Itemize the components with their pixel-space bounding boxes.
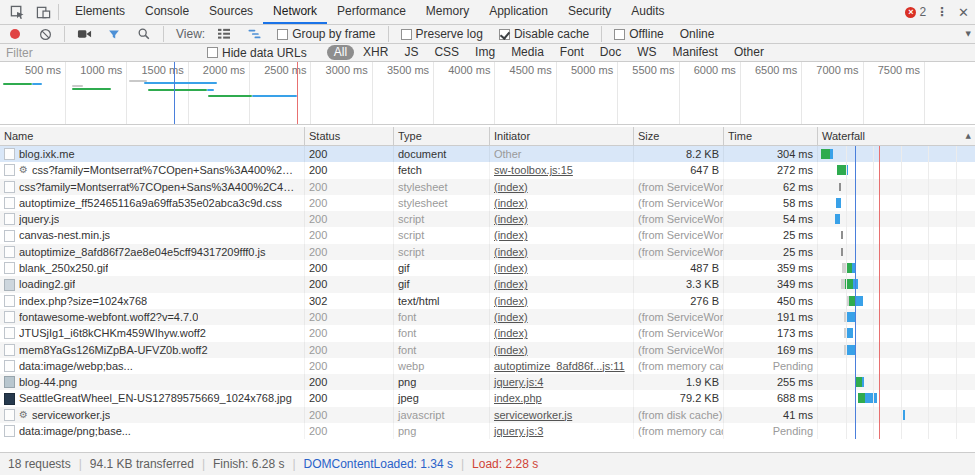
- waterfall-gridline: [901, 146, 902, 439]
- column-header-time[interactable]: Time: [724, 127, 818, 145]
- waterfall-view-icon[interactable]: [241, 23, 267, 45]
- initiator-link[interactable]: (index): [494, 344, 528, 356]
- initiator-link[interactable]: jquery.js:4: [494, 376, 543, 388]
- table-row[interactable]: blog-44.png200pngjquery.js:41.9 KB255 ms: [0, 374, 975, 390]
- filter-icon[interactable]: [101, 23, 127, 45]
- divider: [58, 4, 59, 20]
- filter-type-xhr[interactable]: XHR: [356, 45, 395, 60]
- filter-type-img[interactable]: Img: [468, 45, 502, 60]
- table-row[interactable]: ⚙serviceworker.js200javascriptservicewor…: [0, 407, 975, 423]
- initiator-link[interactable]: (index): [494, 311, 528, 323]
- filter-type-all[interactable]: All: [327, 45, 354, 60]
- file-icon: [4, 230, 15, 242]
- filter-type-js[interactable]: JS: [397, 45, 425, 60]
- column-header-name[interactable]: Name: [0, 127, 305, 145]
- column-header-size[interactable]: Size: [634, 127, 724, 145]
- initiator-link[interactable]: (index): [494, 327, 528, 339]
- tab-audits[interactable]: Audits: [621, 0, 674, 24]
- table-row[interactable]: jquery.js200script(index)(from ServiceWo…: [0, 211, 975, 227]
- tab-sources[interactable]: Sources: [199, 0, 263, 24]
- tab-console[interactable]: Console: [135, 0, 199, 24]
- table-row[interactable]: blank_250x250.gif200gif(index)487 B359 m…: [0, 260, 975, 276]
- capture-screenshots-icon[interactable]: [71, 23, 97, 45]
- search-icon[interactable]: [131, 23, 157, 45]
- table-row[interactable]: index.php?size=1024x768302text/html(inde…: [0, 293, 975, 309]
- initiator-link[interactable]: (index): [494, 213, 528, 225]
- disable-cache-checkbox[interactable]: Disable cache: [499, 27, 589, 41]
- clear-button[interactable]: [32, 23, 58, 45]
- initiator-link[interactable]: (index): [494, 229, 528, 241]
- initiator-link[interactable]: sw-toolbox.js:15: [494, 164, 573, 176]
- hide-data-urls-checkbox[interactable]: Hide data URLs: [207, 46, 307, 60]
- network-overview-timeline[interactable]: 500 ms1000 ms1500 ms2000 ms2500 ms3000 m…: [0, 62, 975, 125]
- waterfall-bar-blue: [847, 328, 853, 338]
- initiator-link[interactable]: serviceworker.js: [494, 409, 572, 421]
- more-options-icon[interactable]: ⋮: [936, 5, 948, 19]
- filter-type-media[interactable]: Media: [504, 45, 551, 60]
- chevron-down-icon[interactable]: ▼: [966, 30, 971, 38]
- group-by-frame-checkbox[interactable]: Group by frame: [277, 27, 375, 41]
- table-row[interactable]: SeattleGreatWheel_EN-US12789575669_1024x…: [0, 390, 975, 406]
- table-row[interactable]: data:image/webp;bas...200webpautoptimize…: [0, 358, 975, 374]
- throttling-dropdown[interactable]: Online: [680, 27, 715, 41]
- device-toolbar-icon[interactable]: [30, 1, 56, 23]
- close-icon[interactable]: ✕: [958, 5, 969, 20]
- table-row[interactable]: ⚙css?family=Montserrat%7COpen+Sans%3A400…: [0, 162, 975, 178]
- status-cell: 302: [305, 293, 394, 309]
- preserve-log-checkbox[interactable]: Preserve log: [401, 27, 483, 41]
- column-header-status[interactable]: Status: [305, 127, 394, 145]
- inspect-element-icon[interactable]: [4, 1, 30, 23]
- request-name-cell: data:image/png;base...: [0, 423, 305, 439]
- time-cell: 191 ms: [724, 309, 818, 325]
- tab-performance[interactable]: Performance: [327, 0, 416, 24]
- initiator-link[interactable]: (index): [494, 295, 528, 307]
- initiator-link[interactable]: jquery.js:3: [494, 425, 543, 437]
- list-view-icon[interactable]: [211, 23, 237, 45]
- network-filter-bar: Hide data URLs AllXHRJSCSSImgMediaFontDo…: [0, 44, 975, 62]
- record-button[interactable]: [10, 29, 20, 39]
- offline-checkbox[interactable]: Offline: [614, 27, 663, 41]
- filter-type-other[interactable]: Other: [727, 45, 771, 60]
- table-row[interactable]: canvas-nest.min.js200script(index)(from …: [0, 227, 975, 243]
- initiator-link[interactable]: (index): [494, 262, 528, 274]
- column-header-initiator[interactable]: Initiator: [490, 127, 634, 145]
- time-cell: 304 ms: [724, 146, 818, 162]
- initiator-link[interactable]: (index): [494, 278, 528, 290]
- table-row[interactable]: autoptimize_ff52465116a9a69ffa535e02abca…: [0, 195, 975, 211]
- requests-table-body: blog.ixk.me200documentOther8.2 KB304 ms⚙…: [0, 146, 975, 439]
- table-row[interactable]: fontawesome-webfont.woff2?v=4.7.0200font…: [0, 309, 975, 325]
- file-icon: [4, 344, 15, 356]
- initiator-link[interactable]: (index): [494, 181, 528, 193]
- table-row[interactable]: blog.ixk.me200documentOther8.2 KB304 ms: [0, 146, 975, 162]
- filter-type-manifest[interactable]: Manifest: [666, 45, 725, 60]
- tab-application[interactable]: Application: [479, 0, 558, 24]
- initiator-link[interactable]: (index): [494, 246, 528, 258]
- filter-type-css[interactable]: CSS: [427, 45, 466, 60]
- initiator-link[interactable]: autoptimize_8afd86f...js:11: [494, 360, 625, 372]
- tab-security[interactable]: Security: [558, 0, 621, 24]
- table-row[interactable]: mem8YaGs126MiZpBA-UFVZ0b.woff2200font(in…: [0, 342, 975, 358]
- initiator-link[interactable]: index.php: [494, 392, 542, 404]
- size-cell: (from ServiceWork...: [634, 211, 724, 227]
- tab-network[interactable]: Network: [263, 0, 327, 24]
- overview-request-bar: [72, 85, 83, 87]
- column-header-waterfall[interactable]: Waterfall ▲: [818, 127, 975, 145]
- filter-type-font[interactable]: Font: [553, 45, 591, 60]
- table-row[interactable]: JTUSjIg1_i6t8kCHKm459WIhyw.woff2200font(…: [0, 325, 975, 341]
- filter-input[interactable]: [6, 46, 201, 60]
- filter-type-doc[interactable]: Doc: [593, 45, 628, 60]
- initiator-link[interactable]: (index): [494, 197, 528, 209]
- divider: [163, 26, 164, 42]
- tab-memory[interactable]: Memory: [416, 0, 479, 24]
- tab-elements[interactable]: Elements: [65, 0, 135, 24]
- filter-type-ws[interactable]: WS: [630, 45, 663, 60]
- column-header-type[interactable]: Type: [394, 127, 490, 145]
- table-row[interactable]: data:image/png;base...200pngjquery.js:3(…: [0, 423, 975, 439]
- table-row[interactable]: css?family=Montserrat%7COpen+Sans%3A400%…: [0, 179, 975, 195]
- console-error-badge[interactable]: × 2: [905, 5, 926, 19]
- status-cell: 200: [305, 374, 394, 390]
- request-name: canvas-nest.min.js: [19, 227, 110, 243]
- table-row[interactable]: loading2.gif200gif(index)3.3 KB349 ms: [0, 276, 975, 292]
- table-row[interactable]: autoptimize_8afd86f72ae8e04e5cff94317209…: [0, 244, 975, 260]
- overview-tick-label: 7000 ms: [801, 64, 859, 76]
